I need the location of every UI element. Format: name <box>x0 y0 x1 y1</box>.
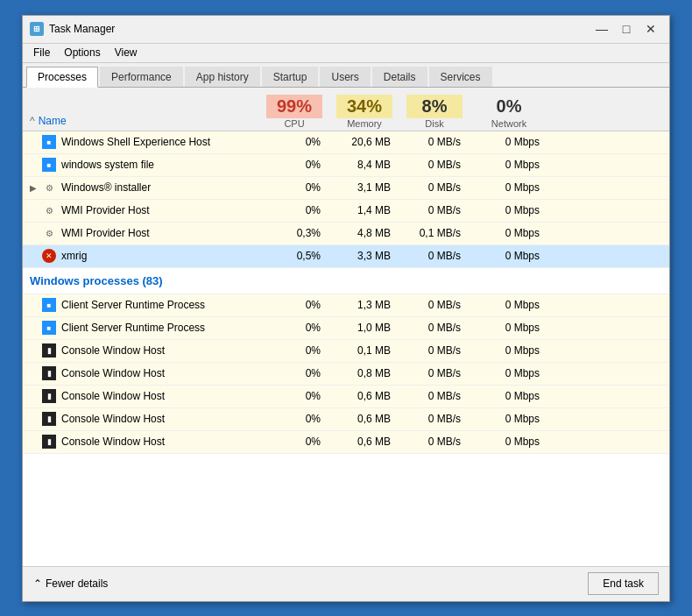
proc-net: 0 Mbps <box>470 227 548 239</box>
tab-performance[interactable]: Performance <box>100 67 183 87</box>
proc-net: 0 Mbps <box>470 136 548 148</box>
table-row[interactable]: ✕ xmrig 0,5% 3,3 MB 0 MB/s 0 Mbps <box>23 245 669 268</box>
tab-details[interactable]: Details <box>372 67 427 87</box>
proc-cpu: 0,3% <box>259 227 329 239</box>
proc-cpu: 0% <box>259 413 329 425</box>
proc-mem: 20,6 MB <box>329 136 399 148</box>
content-area: ^ Name 99% CPU 34% Memory 8% Disk 0% Net… <box>23 88 669 566</box>
tab-app-history[interactable]: App history <box>185 67 260 87</box>
proc-net: 0 Mbps <box>470 413 548 425</box>
tab-startup[interactable]: Startup <box>262 67 319 87</box>
tab-services[interactable]: Services <box>429 67 492 87</box>
window-controls: — □ ✕ <box>590 20 662 38</box>
net-percent: 0% <box>477 95 541 118</box>
cpu-label: CPU <box>266 118 322 129</box>
proc-mem: 3,1 MB <box>329 181 399 194</box>
proc-name: Console Window Host <box>61 367 165 379</box>
disk-percent: 8% <box>406 95 463 118</box>
proc-net: 0 Mbps <box>470 299 548 311</box>
process-table: ■ Windows Shell Experience Host 0% 20,6 … <box>23 131 669 566</box>
proc-cpu: 0% <box>259 367 329 379</box>
proc-mem: 8,4 MB <box>329 159 399 171</box>
process-icon: ■ <box>42 135 56 149</box>
proc-mem: 3,3 MB <box>329 250 399 262</box>
table-row[interactable]: ■ Windows Shell Experience Host 0% 20,6 … <box>23 131 669 154</box>
fewer-details-label: Fewer details <box>46 577 108 590</box>
table-row[interactable]: ▮ Console Window Host 0% 0,6 MB 0 MB/s 0… <box>23 431 669 454</box>
col-header-cpu[interactable]: 99% CPU <box>259 93 329 131</box>
tab-processes[interactable]: Processes <box>26 67 98 88</box>
proc-name: Windows® installer <box>61 181 151 194</box>
proc-name-cell: ⚙ WMI Provider Host <box>23 226 259 240</box>
proc-name: Console Window Host <box>61 344 165 357</box>
table-row[interactable]: ▮ Console Window Host 0% 0,1 MB 0 MB/s 0… <box>23 340 669 363</box>
proc-name-cell: ■ Client Server Runtime Process <box>23 298 259 312</box>
proc-name: Console Window Host <box>61 435 165 448</box>
menu-options[interactable]: Options <box>57 45 107 60</box>
end-task-button[interactable]: End task <box>588 572 659 595</box>
tab-bar: Processes Performance App history Startu… <box>23 63 669 88</box>
proc-net: 0 Mbps <box>470 344 548 357</box>
table-row[interactable]: ■ Client Server Runtime Process 0% 1,3 M… <box>23 294 669 317</box>
process-icon: ⚙ <box>42 203 56 217</box>
proc-net: 0 Mbps <box>470 367 548 379</box>
table-row[interactable]: ■ Client Server Runtime Process 0% 1,0 M… <box>23 317 669 340</box>
proc-mem: 0,6 MB <box>329 390 399 402</box>
close-button[interactable]: ✕ <box>639 20 662 38</box>
menu-file[interactable]: File <box>26 45 57 60</box>
process-icon: ▮ <box>42 366 56 380</box>
mem-label: Memory <box>336 118 392 129</box>
process-icon: ■ <box>42 298 56 312</box>
proc-name-cell: ■ Windows Shell Experience Host <box>23 135 259 149</box>
proc-mem: 1,3 MB <box>329 299 399 311</box>
table-row[interactable]: ▮ Console Window Host 0% 0,6 MB 0 MB/s 0… <box>23 386 669 408</box>
table-row[interactable]: ▶ ⚙ Windows® installer 0% 3,1 MB 0 MB/s … <box>23 177 669 200</box>
tab-users[interactable]: Users <box>320 67 370 87</box>
task-manager-window: ⊞ Task Manager — □ ✕ File Options View P… <box>22 15 670 602</box>
disk-label: Disk <box>406 118 463 129</box>
cpu-percent: 99% <box>266 95 322 118</box>
proc-cpu: 0% <box>259 181 329 194</box>
proc-disk: 0 MB/s <box>399 159 470 171</box>
process-icon: ⚙ <box>42 226 56 240</box>
menu-view[interactable]: View <box>108 45 145 60</box>
proc-net: 0 Mbps <box>470 322 548 334</box>
proc-cpu: 0% <box>259 159 329 171</box>
table-row[interactable]: ■ windows system file 0% 8,4 MB 0 MB/s 0… <box>23 154 669 177</box>
fewer-details-icon: ⌃ <box>33 577 42 590</box>
table-row[interactable]: ⚙ WMI Provider Host 0% 1,4 MB 0 MB/s 0 M… <box>23 200 669 223</box>
minimize-button[interactable]: — <box>590 20 613 38</box>
proc-cpu: 0% <box>259 435 329 448</box>
proc-name-cell: ■ Client Server Runtime Process <box>23 321 259 335</box>
mem-percent: 34% <box>336 95 392 118</box>
proc-name: Client Server Runtime Process <box>61 299 205 311</box>
proc-name: windows system file <box>61 159 154 171</box>
table-row[interactable]: ▮ Console Window Host 0% 0,6 MB 0 MB/s 0… <box>23 408 669 431</box>
sort-arrow: ^ <box>30 115 35 127</box>
table-row[interactable]: ⚙ WMI Provider Host 0,3% 4,8 MB 0,1 MB/s… <box>23 223 669 245</box>
col-header-memory[interactable]: 34% Memory <box>329 93 399 131</box>
maximize-button[interactable]: □ <box>615 20 638 38</box>
proc-disk: 0 MB/s <box>399 344 470 357</box>
proc-disk: 0 MB/s <box>399 435 470 448</box>
proc-disk: 0 MB/s <box>399 181 470 194</box>
proc-cpu: 0% <box>259 299 329 311</box>
proc-name-cell: ▮ Console Window Host <box>23 435 259 449</box>
proc-name: Windows Shell Experience Host <box>61 136 210 148</box>
app-icon: ⊞ <box>30 22 44 36</box>
proc-net: 0 Mbps <box>470 159 548 171</box>
col-header-name[interactable]: ^ Name <box>23 111 259 131</box>
process-icon: ▮ <box>42 389 56 403</box>
section-label: Windows processes (83) <box>23 271 170 291</box>
proc-net: 0 Mbps <box>470 390 548 402</box>
col-header-disk[interactable]: 8% Disk <box>399 93 470 131</box>
proc-name-cell: ▮ Console Window Host <box>23 343 259 358</box>
table-row[interactable]: ▮ Console Window Host 0% 0,8 MB 0 MB/s 0… <box>23 363 669 386</box>
col-header-network[interactable]: 0% Network <box>470 93 548 131</box>
proc-mem: 4,8 MB <box>329 227 399 239</box>
expand-icon[interactable]: ▶ <box>30 183 42 193</box>
fewer-details-button[interactable]: ⌃ Fewer details <box>33 577 108 590</box>
proc-disk: 0 MB/s <box>399 367 470 379</box>
col-name-label: Name <box>39 115 67 127</box>
proc-net: 0 Mbps <box>470 250 548 262</box>
